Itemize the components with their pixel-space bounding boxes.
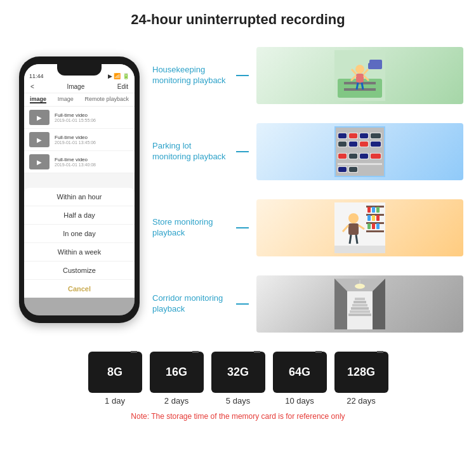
monitoring-img-3 [256,199,463,256]
phone-icons: ▶ 📶 🔋 [108,73,129,79]
connector-3 [236,227,249,228]
svg-rect-58 [372,223,375,229]
video-thumb-3: ▶ [29,154,50,169]
dropdown-item-5[interactable]: Customize [24,261,135,280]
svg-rect-66 [334,246,385,253]
dropdown-item-2[interactable]: Half a day [24,206,135,225]
page-title: 24-hour uninterrupted recording [0,0,476,34]
connector-4 [236,303,249,305]
video-date-2: 2019-01-01 13:45:06 [55,140,96,145]
svg-rect-37 [349,154,357,159]
svg-point-4 [355,65,364,74]
monitoring-item-2: Parking lot monitoring playback [152,123,463,180]
sd-card-section: 8G 1 day 16G 2 days 32G 5 days 64G 10 da… [0,345,476,409]
dropdown-item-3[interactable]: In one day [24,225,135,243]
sd-item-32g: 32G 5 days [211,352,265,406]
phone-tab-image2[interactable]: Image [58,96,74,103]
child-image [256,47,463,104]
sd-size-8g: 8G [107,366,122,379]
svg-rect-51 [367,207,371,213]
svg-rect-44 [349,167,357,172]
video-info-1: Full-time video 2019-01-01 15:55:06 [55,112,96,122]
sd-card-64g: 64G [273,352,327,393]
svg-rect-39 [371,154,381,159]
connector-1 [236,75,249,76]
video-label-3: Full-time video [55,157,96,162]
svg-rect-74 [351,307,369,310]
phone-mockup: 11:44 ▶ 📶 🔋 < Image Edit image Image Rem… [13,34,146,345]
svg-rect-31 [371,142,381,147]
monitoring-img-4 [256,275,463,333]
sd-notch-32g [254,352,260,356]
store-image [256,199,463,256]
svg-rect-30 [360,142,368,147]
svg-rect-73 [350,310,370,313]
svg-rect-50 [366,230,384,232]
svg-rect-26 [360,133,368,138]
video-date-1: 2019-01-01 15:55:06 [55,118,96,122]
phone-nav-bar: < Image Edit [24,81,135,93]
svg-rect-38 [360,154,368,159]
svg-rect-40 [338,163,382,165]
phone-dropdown-overlay: Within an hour Half a day In one day Wit… [24,201,135,315]
main-content: 11:44 ▶ 📶 🔋 < Image Edit image Image Rem… [0,34,476,345]
sd-card-8g: 8G [88,352,142,393]
sd-card-128g: 128G [334,352,388,393]
video-thumb-2: ▶ [29,132,50,147]
sd-card-16g: 16G [150,352,204,393]
sd-size-16g: 16G [166,366,187,379]
monitoring-item-4: Corridor monitoring playback [152,275,463,333]
monitoring-label-3: Store monitoring playback [152,217,228,239]
svg-rect-75 [352,304,367,307]
phone-tabs: image Image Remote playback [24,93,135,107]
svg-rect-3 [344,88,376,91]
dropdown-cancel-button[interactable]: Cancel [24,280,135,298]
parking-image [256,123,463,180]
dropdown-item-4[interactable]: Within a week [24,243,135,261]
sd-size-32g: 32G [227,366,249,379]
sd-notch-128g [377,352,383,356]
video-label-2: Full-time video [55,135,96,140]
sd-notch-8g [131,352,137,356]
phone-screen: 11:44 ▶ 📶 🔋 < Image Edit image Image Rem… [24,64,135,315]
video-info-3: Full-time video 2019-01-01 13:40:08 [55,157,96,167]
phone-tab-image[interactable]: image [30,96,46,103]
svg-rect-36 [338,154,347,159]
svg-rect-54 [367,215,371,221]
phone-nav-title: Image [67,83,84,90]
svg-rect-53 [376,207,380,213]
svg-rect-28 [338,142,347,147]
phone-edit-button[interactable]: Edit [117,83,128,90]
video-item-1: ▶ Full-time video 2019-01-01 15:55:06 [24,107,135,129]
svg-line-65 [356,235,357,244]
svg-rect-24 [338,133,347,138]
sd-card-32g: 32G [211,352,265,393]
svg-rect-43 [338,167,347,172]
phone-back-button[interactable]: < [30,83,34,90]
svg-rect-57 [367,223,371,229]
monitoring-section: Housekeeping monitoring playback [152,34,463,345]
svg-rect-76 [354,301,366,303]
dropdown-item-1[interactable]: Within an hour [24,188,135,206]
sd-days-32g: 5 days [226,396,250,406]
monitoring-img-1 [256,47,463,104]
sd-item-64g: 64G 10 days [273,352,327,406]
svg-rect-55 [372,215,375,221]
dropdown-menu: Within an hour Half a day In one day Wit… [24,188,135,298]
sd-item-16g: 16G 2 days [150,352,204,406]
video-info-2: Full-time video 2019-01-01 13:45:06 [55,135,96,145]
svg-point-78 [355,284,365,289]
sd-days-8g: 1 day [105,396,125,406]
svg-line-11 [362,83,363,89]
monitoring-item-3: Store monitoring playback [152,199,463,256]
sd-days-16g: 2 days [164,396,188,406]
svg-rect-72 [348,314,371,316]
svg-rect-25 [349,133,357,138]
svg-rect-29 [349,142,357,147]
phone-notch [57,64,102,76]
video-date-3: 2019-01-01 13:40:08 [55,162,96,167]
video-label-1: Full-time video [55,112,96,118]
video-thumb-1: ▶ [29,110,50,125]
phone-tab-remote[interactable]: Remote playback [85,96,129,103]
sd-days-64g: 10 days [285,396,314,406]
